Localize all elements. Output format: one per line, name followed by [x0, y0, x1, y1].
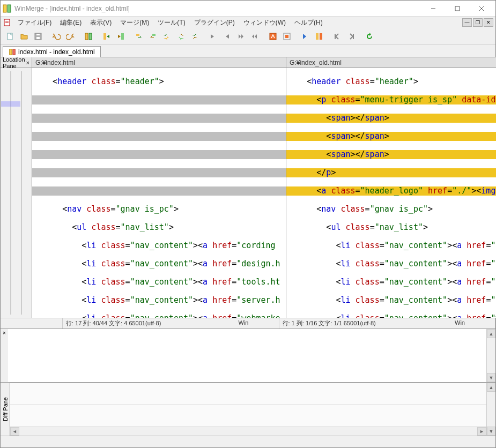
- prev-diff-jump-button[interactable]: [248, 30, 261, 43]
- diff-pane-vscroll[interactable]: ▲▼: [486, 383, 495, 436]
- new-button[interactable]: [4, 30, 17, 43]
- open-button[interactable]: [18, 30, 31, 43]
- menu-view[interactable]: 表示(V): [86, 17, 116, 28]
- right-file-path[interactable]: G:¥index_old.html: [286, 57, 496, 68]
- swap-button[interactable]: [188, 30, 201, 43]
- first-diff-button[interactable]: [266, 30, 279, 43]
- bottom-panels: × ▲▼ Diff Pane ◄► ▲▼: [1, 328, 495, 436]
- left-status: 行: 17 列: 40/44 文字: 4 65001(utf-8)Win: [63, 318, 279, 328]
- svg-rect-14: [89, 33, 92, 40]
- app-icon: [3, 4, 11, 13]
- menubar: ファイル(F) 編集(E) 表示(V) マージ(M) ツール(T) プラグイン(…: [1, 17, 495, 28]
- svg-rect-19: [285, 35, 288, 38]
- diff-pane: Diff Pane ◄► ▲▼: [1, 382, 495, 436]
- location-pane-close-icon[interactable]: ×: [26, 59, 29, 66]
- tab-label: index.html - index_old.html: [18, 48, 95, 56]
- menu-help[interactable]: ヘルプ(H): [290, 17, 327, 28]
- svg-rect-0: [3, 5, 6, 12]
- menu-plugin[interactable]: プラグイン(P): [190, 17, 239, 28]
- current-diff-button[interactable]: [280, 30, 293, 43]
- app-window: WinMerge - [index.html - index_old.html]…: [0, 0, 496, 448]
- toolbar: [1, 28, 495, 44]
- diff-pane-row-2[interactable]: [10, 405, 486, 427]
- right-code-view[interactable]: <header class="header"> <p class="menu-t…: [286, 68, 496, 318]
- diff-panes: G:¥index.html <header class="header"> <n…: [32, 57, 496, 318]
- diff-all-right-icon[interactable]: [100, 30, 113, 43]
- right-pane: G:¥index_old.html <header class="header"…: [286, 57, 496, 318]
- detail-pane-1-content[interactable]: [8, 329, 486, 382]
- left-file-path[interactable]: G:¥index.html: [32, 57, 286, 68]
- right-status: 行: 1 列: 1/16 文字: 1/1 65001(utf-8)Win: [279, 318, 496, 328]
- prev-conflict-button[interactable]: [313, 30, 325, 43]
- svg-rect-15: [103, 33, 106, 40]
- doc-icon: [3, 18, 11, 27]
- location-strips[interactable]: [1, 68, 32, 318]
- copy-right-advance-button[interactable]: [160, 30, 173, 43]
- location-pane: Location Pane ×: [1, 57, 32, 318]
- svg-rect-24: [10, 49, 12, 55]
- document-tab[interactable]: index.html - index_old.html: [3, 46, 101, 57]
- main-area: Location Pane ×: [1, 57, 495, 436]
- save-button[interactable]: [32, 30, 45, 43]
- menu-window[interactable]: ウィンドウ(W): [239, 17, 290, 28]
- svg-rect-11: [36, 37, 40, 39]
- detail-vscroll-1[interactable]: ▲▼: [486, 329, 495, 382]
- mdi-restore-button[interactable]: ❐: [473, 18, 483, 27]
- mdi-close-button[interactable]: ✕: [484, 18, 493, 27]
- diff-all-left-icon[interactable]: [114, 30, 127, 43]
- svg-rect-8: [5, 23, 9, 23]
- prev-diff-button[interactable]: [220, 30, 233, 43]
- mdi-minimize-button[interactable]: —: [462, 18, 472, 27]
- titlebar: WinMerge - [index.html - index_old.html]: [1, 1, 495, 17]
- detail-pane-1: × ▲▼: [1, 328, 495, 382]
- nav-next-button[interactable]: [345, 30, 358, 43]
- menu-merge[interactable]: マージ(M): [116, 17, 153, 28]
- svg-rect-12: [36, 34, 40, 35]
- next-diff-button[interactable]: [206, 30, 219, 43]
- close-button[interactable]: [469, 1, 493, 16]
- redo-button[interactable]: [64, 30, 77, 43]
- diff-pane-tab[interactable]: Diff Pane: [1, 383, 10, 436]
- copy-right-button[interactable]: [132, 30, 145, 43]
- menu-file[interactable]: ファイル(F): [13, 17, 56, 28]
- svg-rect-7: [5, 21, 9, 21]
- svg-rect-1: [8, 5, 11, 12]
- diff-pane-row-1[interactable]: [10, 383, 486, 405]
- tabbar: index.html - index_old.html: [1, 44, 495, 57]
- copy-left-button[interactable]: [146, 30, 159, 43]
- menu-tools[interactable]: ツール(T): [153, 17, 189, 28]
- location-strip-right[interactable]: [21, 71, 22, 315]
- copy-left-advance-button[interactable]: [174, 30, 187, 43]
- left-code-view[interactable]: <header class="header"> <nav class="gnav…: [32, 68, 286, 318]
- status-row: 行: 17 列: 40/44 文字: 4 65001(utf-8)Win 行: …: [1, 318, 495, 328]
- location-pane-title: Location Pane: [3, 56, 26, 69]
- minimize-button[interactable]: [421, 1, 445, 16]
- left-pane: G:¥index.html <header class="header"> <n…: [32, 57, 286, 318]
- svg-rect-13: [85, 33, 88, 40]
- statusbar: [1, 436, 495, 447]
- diff-pane-hscroll[interactable]: ◄►: [10, 427, 486, 436]
- svg-rect-9: [8, 33, 12, 40]
- svg-rect-20: [316, 33, 319, 40]
- diff-doc-icon: [9, 48, 16, 56]
- next-conflict-button[interactable]: [299, 30, 312, 43]
- svg-rect-3: [455, 6, 460, 11]
- undo-button[interactable]: [50, 30, 63, 43]
- svg-rect-21: [320, 33, 322, 40]
- location-pane-header: Location Pane ×: [1, 57, 32, 68]
- menu-edit[interactable]: 編集(E): [56, 17, 86, 28]
- svg-rect-16: [121, 33, 124, 40]
- compare-button[interactable]: [82, 30, 95, 43]
- detail-pane-close-icon[interactable]: ×: [1, 329, 8, 382]
- nav-prev-button[interactable]: [331, 30, 344, 43]
- refresh-button[interactable]: [363, 30, 376, 43]
- maximize-button[interactable]: [445, 1, 469, 16]
- location-strip-left[interactable]: [10, 71, 11, 315]
- window-title: WinMerge - [index.html - index_old.html]: [14, 5, 421, 12]
- next-diff-jump-button[interactable]: [234, 30, 247, 43]
- svg-rect-25: [13, 49, 15, 55]
